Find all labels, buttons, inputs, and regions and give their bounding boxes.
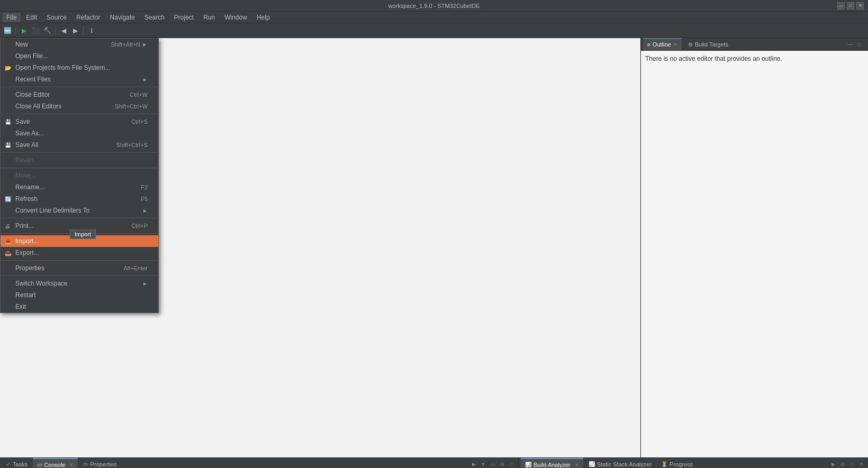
console-ctrl-4[interactable]: ⊟	[498, 460, 507, 469]
right-panel: ≡ Outline ✕ ⚙ Build Targets — □ There is…	[640, 38, 868, 457]
title-bar: workspace_1.9.0 - STM32CubeIDE — □ ✕	[0, 0, 868, 12]
properties-icon: ▭	[83, 461, 88, 467]
file-dropdown-menu: New Shift+Alt+N ► Open File... 📂 Open Pr…	[0, 38, 159, 313]
menu-save-all[interactable]: 💾 Save All Shift+Ctrl+S	[1, 139, 158, 151]
toolbar-sep-2	[55, 26, 56, 35]
menu-new[interactable]: New Shift+Alt+N ►	[1, 39, 158, 50]
toolbar-debug-btn[interactable]: ⬛	[30, 25, 41, 36]
console-ctrl-1[interactable]: ▶	[469, 460, 478, 469]
menu-open-projects[interactable]: 📂 Open Projects from File System...	[1, 62, 158, 74]
menu-recent-files[interactable]: Recent Files ►	[1, 74, 158, 85]
tab-build-targets-label: Build Targets	[695, 41, 728, 48]
right-panel-content: There is no active editor that provides …	[641, 51, 868, 457]
tab-static-stack[interactable]: 📈 Static Stack Analyzer	[584, 458, 656, 468]
build-panel: 📊 Build Analyzer ✕ 📈 Static Stack Analyz…	[519, 458, 868, 468]
tab-tasks[interactable]: ✓ Tasks	[2, 458, 32, 468]
menu-window[interactable]: Window	[220, 13, 251, 22]
menu-sep-2	[1, 114, 158, 114]
menu-export[interactable]: 📤 Export...	[1, 247, 158, 259]
menu-save-as[interactable]: Save As...	[1, 127, 158, 139]
menu-rename[interactable]: Rename... F2	[1, 181, 158, 193]
toolbar-run-btn[interactable]: ▶	[19, 25, 29, 36]
progress-icon: ⏳	[661, 461, 667, 467]
menu-switch-workspace[interactable]: Switch Workspace ►	[1, 278, 158, 289]
menu-print[interactable]: 🖨 Print... Ctrl+P	[1, 220, 158, 232]
toolbar: 🆕 ▶ ⬛ 🔨 ◀ ▶ ℹ	[0, 23, 868, 38]
menu-sep-5	[1, 218, 158, 218]
menu-sep-7	[1, 260, 158, 261]
maximize-button[interactable]: □	[847, 2, 854, 10]
build-ctrl-4[interactable]: ✕	[857, 460, 866, 469]
menu-file[interactable]: File	[2, 13, 21, 22]
build-ctrl-2[interactable]: ⊟	[838, 460, 847, 469]
tab-build-targets[interactable]: ⚙ Build Targets	[684, 38, 733, 50]
tab-build-analyzer-label: Build Analyzer	[534, 462, 571, 468]
tab-outline[interactable]: ≡ Outline ✕	[643, 38, 682, 50]
console-close-btn[interactable]: ✕	[69, 462, 74, 467]
menu-help[interactable]: Help	[252, 13, 274, 22]
close-button[interactable]: ✕	[856, 2, 864, 10]
minimize-right-btn[interactable]: —	[846, 40, 854, 49]
tab-progress-label: Progress	[670, 461, 693, 467]
menu-close-editor[interactable]: Close Editor Ctrl+W	[1, 89, 158, 100]
static-stack-icon: 📈	[589, 461, 595, 467]
menu-edit[interactable]: Edit	[22, 13, 41, 22]
tab-properties[interactable]: ▭ Properties	[79, 458, 121, 468]
menu-bar: File Edit Source Refactor Navigate Searc…	[0, 12, 868, 23]
outline-message: There is no active editor that provides …	[645, 55, 782, 62]
toolbar-sep-3	[83, 26, 84, 35]
menu-run[interactable]: Run	[199, 13, 219, 22]
menu-refresh[interactable]: 🔄 Refresh F5	[1, 193, 158, 205]
build-ctrl-1[interactable]: ▶	[829, 460, 837, 469]
menu-properties[interactable]: Properties Alt+Enter	[1, 262, 158, 274]
build-targets-icon: ⚙	[688, 42, 693, 48]
tab-build-analyzer[interactable]: 📊 Build Analyzer ✕	[521, 458, 583, 468]
console-ctrl-5[interactable]: □	[508, 460, 516, 469]
build-ctrl-3[interactable]: □	[848, 460, 856, 469]
menu-import[interactable]: 📥 Import...	[1, 235, 158, 247]
menu-convert-line[interactable]: Convert Line Delimiters To ►	[1, 205, 158, 216]
console-panel: ✓ Tasks ▭ Console ✕ ▭ Properties ▶ ▼ ▭ ⊟…	[0, 458, 519, 468]
toolbar-build-btn[interactable]: 🔨	[42, 25, 52, 36]
main-layout: New Shift+Alt+N ► Open File... 📂 Open Pr…	[0, 38, 868, 457]
menu-revert: Revert	[1, 154, 158, 166]
menu-navigate[interactable]: Navigate	[105, 13, 139, 22]
menu-refactor[interactable]: Refactor	[72, 13, 104, 22]
tab-progress[interactable]: ⏳ Progress	[657, 458, 697, 468]
menu-exit[interactable]: Exit	[1, 301, 158, 313]
toolbar-back-btn[interactable]: ◀	[58, 25, 69, 36]
menu-close-all-editors[interactable]: Close All Editors Shift+Ctrl+W	[1, 100, 158, 112]
menu-search[interactable]: Search	[140, 13, 169, 22]
menu-save[interactable]: 💾 Save Ctrl+S	[1, 116, 158, 127]
minimize-button[interactable]: —	[837, 2, 845, 10]
tab-console-label: Console	[44, 462, 65, 468]
toolbar-new-btn[interactable]: 🆕	[2, 25, 13, 36]
menu-sep-4	[1, 168, 158, 168]
toolbar-forward-btn[interactable]: ▶	[70, 25, 80, 36]
menu-source[interactable]: Source	[42, 13, 71, 22]
menu-sep-8	[1, 276, 158, 276]
toolbar-info-btn[interactable]: ℹ	[86, 25, 97, 36]
menu-open-file[interactable]: Open File...	[1, 50, 158, 62]
build-panel-controls: ▶ ⊟ □ ✕	[829, 460, 866, 469]
menu-restart[interactable]: Restart	[1, 289, 158, 301]
tab-console[interactable]: ▭ Console ✕	[33, 458, 78, 468]
console-controls: ▶ ▼ ▭ ⊟ □	[469, 460, 516, 469]
menu-project[interactable]: Project	[170, 13, 198, 22]
console-ctrl-3[interactable]: ▭	[489, 460, 497, 469]
tab-outline-label: Outline	[653, 41, 671, 48]
tab-static-stack-label: Static Stack Analyzer	[597, 461, 652, 467]
outline-close-btn[interactable]: ✕	[673, 42, 677, 47]
tab-tasks-label: Tasks	[13, 461, 28, 467]
console-icon: ▭	[37, 462, 42, 467]
outline-icon: ≡	[647, 42, 650, 48]
maximize-right-btn[interactable]: □	[855, 40, 864, 49]
console-ctrl-2[interactable]: ▼	[479, 460, 487, 469]
build-panel-header: 📊 Build Analyzer ✕ 📈 Static Stack Analyz…	[519, 458, 868, 468]
build-analyzer-close-btn[interactable]: ✕	[575, 462, 579, 467]
console-panel-header: ✓ Tasks ▭ Console ✕ ▭ Properties ▶ ▼ ▭ ⊟…	[0, 458, 518, 468]
right-panel-controls: — □	[844, 40, 866, 49]
build-analyzer-icon: 📊	[525, 462, 531, 467]
menu-sep-6	[1, 233, 158, 234]
window-title: workspace_1.9.0 - STM32CubeIDE	[388, 3, 480, 9]
